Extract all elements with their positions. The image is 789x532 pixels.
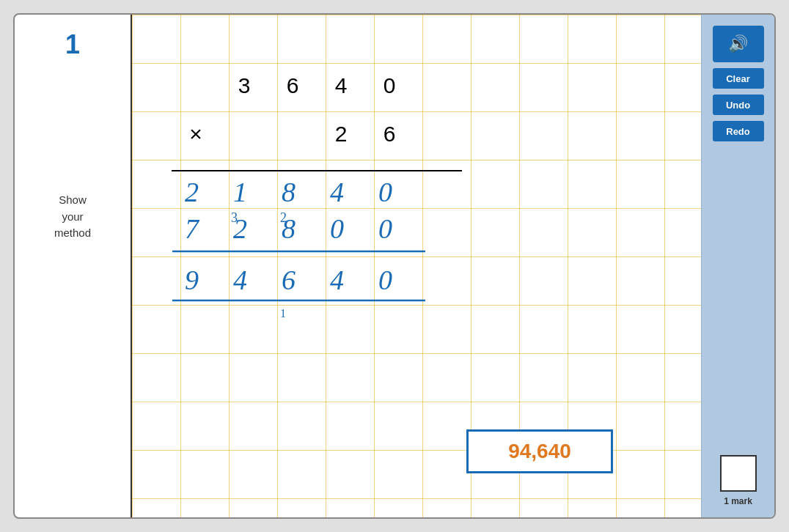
svg-text:7: 7 — [185, 213, 200, 244]
main-work-area[interactable]: 3 6 4 0 × 2 6 2 1 — [132, 15, 701, 517]
show-method-label: Showyourmethod — [54, 192, 91, 242]
multiply-symbol: × — [172, 122, 220, 147]
exam-frame: 1 Showyourmethod 3 6 4 0 — [13, 13, 776, 519]
digit-6: 6 — [268, 73, 317, 98]
svg-text:2: 2 — [233, 213, 247, 244]
blank-2 — [268, 122, 317, 147]
svg-text:0: 0 — [378, 265, 392, 295]
svg-text:8: 8 — [282, 213, 296, 244]
mark-checkbox[interactable] — [720, 455, 757, 492]
audio-button[interactable]: 🔊 — [713, 26, 764, 62]
mark-label: 1 mark — [724, 496, 752, 506]
speaker-icon: 🔊 — [728, 34, 748, 53]
content-overlay: 3 6 4 0 × 2 6 2 1 — [132, 15, 701, 517]
redo-button[interactable]: Redo — [713, 121, 764, 141]
undo-button[interactable]: Undo — [713, 95, 764, 115]
svg-text:6: 6 — [282, 265, 296, 295]
left-column: 1 Showyourmethod — [15, 15, 132, 517]
digit-2: 2 — [317, 122, 365, 147]
svg-text:1: 1 — [233, 177, 247, 207]
mark-area: 1 mark — [720, 455, 757, 506]
svg-text:8: 8 — [282, 177, 296, 207]
svg-text:0: 0 — [378, 213, 392, 244]
svg-text:9: 9 — [185, 265, 199, 295]
svg-text:4: 4 — [233, 265, 247, 295]
svg-text:4: 4 — [330, 265, 344, 295]
svg-text:4: 4 — [330, 177, 344, 207]
digit-3: 3 — [220, 73, 268, 98]
clear-button[interactable]: Clear — [713, 68, 764, 89]
answer-box: 94,640 — [466, 429, 613, 473]
digit-6b: 6 — [365, 122, 414, 147]
svg-text:2: 2 — [185, 177, 199, 207]
question-number: 1 — [65, 29, 80, 60]
right-panel: 🔊 Clear Undo Redo 1 mark — [701, 15, 774, 517]
svg-text:0: 0 — [378, 177, 392, 207]
svg-text:0: 0 — [330, 213, 344, 244]
blank-1 — [220, 122, 268, 147]
handwritten-work: 2 1 8 4 0 7 3 2 2 8 — [139, 150, 506, 392]
digit-4: 4 — [317, 73, 365, 98]
answer-value: 94,640 — [508, 440, 571, 463]
digit-0: 0 — [365, 73, 414, 98]
svg-text:1: 1 — [280, 307, 286, 319]
